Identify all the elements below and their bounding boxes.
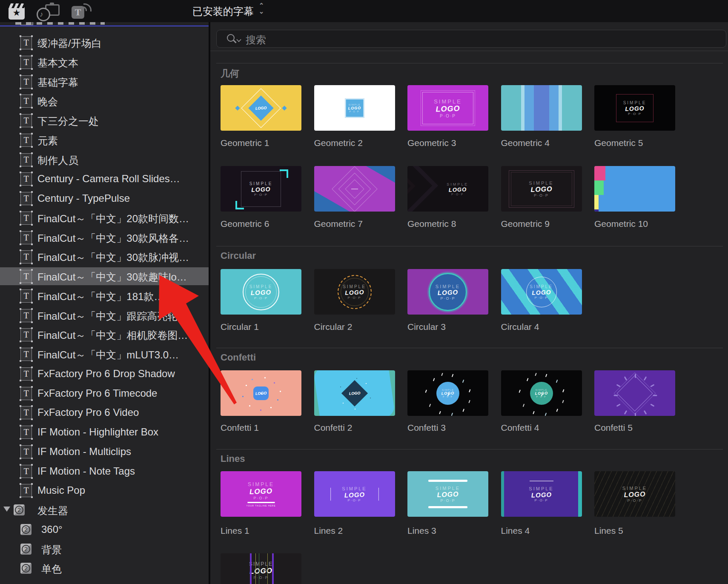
sidebar-item-FinalCut～「中文」30款脉冲视…[interactable]: TFinalCut～「中文」30款脉冲视… <box>0 248 209 266</box>
thumbnail-geometric-6[interactable]: SIMPLELOGOP·O·P <box>221 166 301 212</box>
sidebar-item-制作人员[interactable]: T制作人员 <box>0 151 209 169</box>
logo-word: LOGO <box>441 391 455 395</box>
logo-word: P·O·P <box>441 395 455 398</box>
thumbnail-confetti-2[interactable]: LOGO <box>314 370 395 416</box>
sidebar-item-发生器[interactable]: 2发生器 <box>0 501 209 519</box>
generator-icon: 2 <box>20 524 32 535</box>
sidebar-item-FinalCut～「中文」相机胶卷图…[interactable]: TFinalCut～「中文」相机胶卷图… <box>0 326 209 344</box>
logo-word: P·O·P <box>246 496 275 500</box>
thumbnail-l6-partial[interactable]: SIMPLELOGOP·O·P <box>221 553 301 584</box>
title-icon: T <box>20 114 32 127</box>
thumbnail-lines-1[interactable]: SIMPLELOGOP·O·PYOUR TAGLINE HERE <box>221 471 301 517</box>
sidebar-item-下三分之一处[interactable]: T下三分之一处 <box>0 112 209 129</box>
sidebar-item-label: 背景 <box>41 543 62 557</box>
titles-generators-icon[interactable]: T <box>71 3 91 20</box>
search-input[interactable]: 搜索 <box>216 30 726 48</box>
title-icon: T <box>20 445 32 458</box>
thumbnail-label: Confetti 4 <box>501 423 539 433</box>
clipped-sidebar-row[interactable] <box>15 22 105 25</box>
logo-word: SIMPLE <box>622 486 647 491</box>
thumbnail-geometric-4[interactable] <box>501 85 582 131</box>
sidebar-item-FinalCut～「中文」20款时间数…[interactable]: TFinalCut～「中文」20款时间数… <box>0 209 209 227</box>
search-scope-chevron-icon[interactable] <box>236 37 241 42</box>
thumb-deco <box>578 471 582 517</box>
thumb-deco <box>351 189 358 189</box>
installed-titles-popup[interactable]: 已安装的字幕 <box>192 6 254 17</box>
sidebar-item-FxFactory Pro 6 Drop Shadow[interactable]: TFxFactory Pro 6 Drop Shadow <box>0 365 209 383</box>
logo-text-stack: SIMPLELOGOP·O·P <box>343 284 366 300</box>
thumbnail-lines-2[interactable]: SIMPLELOGOP·O·P <box>314 471 395 517</box>
sidebar-item-Music Pop[interactable]: TMusic Pop <box>0 481 209 499</box>
thumbnail-geometric-1[interactable]: LOGO <box>221 85 301 131</box>
logo-word: SIMPLE <box>348 103 361 106</box>
thumbnail-lines-3[interactable]: SIMPLELOGOP·O·P <box>407 471 488 517</box>
thumbnail-geometric-2[interactable]: SIMPLELOGOP·O·P <box>314 85 395 131</box>
installed-titles-label: 已安装的字幕 <box>192 6 254 17</box>
sidebar-item-FxFactory Pro 6 Timecode[interactable]: TFxFactory Pro 6 Timecode <box>0 384 209 402</box>
sidebar-item-Century - Camera Roll Slides…[interactable]: TCentury - Camera Roll Slides… <box>0 170 209 188</box>
thumbnail-confetti-3[interactable]: SIMPLELOGOP·O·P <box>407 370 488 416</box>
sidebar-item-FxFactory Pro 6 Video[interactable]: TFxFactory Pro 6 Video <box>0 404 209 421</box>
thumbnail-geometric-9[interactable]: SIMPLELOGOP·O·P <box>501 166 582 212</box>
thumb-deco <box>282 106 287 110</box>
title-icon: T <box>20 36 32 49</box>
thumbnail-label: Geometric 7 <box>314 219 363 229</box>
sidebar-item-FinalCut～「中文」跟踪高亮轮[interactable]: TFinalCut～「中文」跟踪高亮轮 <box>0 306 209 324</box>
sidebar-item-IF Motion - Note Tags[interactable]: TIF Motion - Note Tags <box>0 462 209 480</box>
sidebar-item-FinalCut～「中文」30款风格各…[interactable]: TFinalCut～「中文」30款风格各… <box>0 229 209 246</box>
sidebar-item-背景[interactable]: 2背景 <box>0 540 209 558</box>
sidebar-item-晚会[interactable]: T晚会 <box>0 92 209 110</box>
thumbnail-circular-1[interactable]: SIMPLELOGOP·O·P <box>221 269 301 315</box>
sidebar-item-360°[interactable]: 2360° <box>0 521 209 538</box>
thumbnail-confetti-5[interactable] <box>594 370 675 416</box>
logo-word: LOGO <box>249 567 273 576</box>
logo-text-stack: SIMPLELOGOP·O·P <box>530 284 553 300</box>
thumbnail-geometric-3[interactable]: SIMPLELOGOP·O·P <box>407 85 488 131</box>
thumbnail-geometric-5[interactable]: SIMPLELOGOP·O·P <box>594 85 675 131</box>
logo-word: LOGO <box>434 104 462 114</box>
thumb-deco <box>617 375 653 411</box>
thumbnail-label: Geometric 8 <box>407 219 456 229</box>
thumbnail-lines-4[interactable]: SIMPLELOGOP·O·P <box>501 471 582 517</box>
disclosure-triangle-icon[interactable] <box>3 507 10 512</box>
thumbnail-confetti-1[interactable]: LOGO <box>221 370 301 416</box>
logo-word: SIMPLE <box>529 486 553 491</box>
logo-word: LOGO <box>255 391 267 395</box>
thumbnail-confetti-4[interactable]: SIMPLELOGOP·O·P <box>501 370 582 416</box>
logo-word: LOGO <box>447 186 469 193</box>
sidebar-item-基本文本[interactable]: T基本文本 <box>0 53 209 71</box>
ray-deco <box>635 374 636 378</box>
generator-icon: 2 <box>14 504 25 515</box>
sidebar-item-FinalCut～「中文」mLUT3.0…[interactable]: TFinalCut～「中文」mLUT3.0… <box>0 345 209 363</box>
title-icon: T <box>20 153 32 166</box>
thumbnail-lines-5[interactable]: SIMPLELOGOP·O·P <box>594 471 675 517</box>
logo-word: SIMPLE <box>623 100 647 105</box>
themes-browser-icon[interactable]: ★ <box>9 3 26 20</box>
thumbnail-geometric-8[interactable]: SIMPLELOGOP·O·P <box>407 166 488 212</box>
sidebar-item-基础字幕[interactable]: T基础字幕 <box>0 73 209 91</box>
sidebar-item-元素[interactable]: T元素 <box>0 131 209 149</box>
photos-audio-icon[interactable]: ♪ <box>37 3 59 20</box>
logo-word: LOGO <box>530 289 553 296</box>
thumbnail-label: Geometric 5 <box>594 138 643 148</box>
sidebar-item-label: FxFactory Pro 6 Timecode <box>37 387 157 399</box>
sidebar-item-FinalCut～「中文」30款趣味lo…[interactable]: TFinalCut～「中文」30款趣味lo… <box>0 267 209 285</box>
thumbnail-circular-4[interactable]: SIMPLELOGOP·O·P <box>501 269 582 315</box>
thumbnail-circular-3[interactable]: SIMPLELOGOP·O·P <box>407 269 488 315</box>
ray-deco <box>616 404 621 407</box>
logo-word: LOGO <box>436 490 461 498</box>
popup-chevrons-icon[interactable]: ⌃⌄ <box>257 3 266 19</box>
thumbnail-label: Geometric 9 <box>501 219 550 229</box>
sidebar-item-FinalCut～「中文」181款…[interactable]: TFinalCut～「中文」181款… <box>0 287 209 305</box>
ray-deco <box>624 376 628 381</box>
thumbnail-label: Circular 1 <box>221 322 259 332</box>
thumbnail-geometric-7[interactable] <box>314 166 395 212</box>
sidebar-item-IF Motion - Highlighter Box[interactable]: TIF Motion - Highlighter Box <box>0 423 209 441</box>
thumbnail-circular-2[interactable]: SIMPLELOGOP·O·P <box>314 269 395 315</box>
sidebar-item-缓冲器/开场白[interactable]: T缓冲器/开场白 <box>0 34 209 52</box>
thumbnail-label: Geometric 6 <box>221 219 269 229</box>
thumbnail-geometric-10[interactable] <box>594 166 675 212</box>
sidebar-item-单色[interactable]: 2单色 <box>0 559 209 577</box>
sidebar-item-IF Motion - Multiclips[interactable]: TIF Motion - Multiclips <box>0 443 209 461</box>
sidebar-item-Century - TypePulse[interactable]: TCentury - TypePulse <box>0 189 209 207</box>
